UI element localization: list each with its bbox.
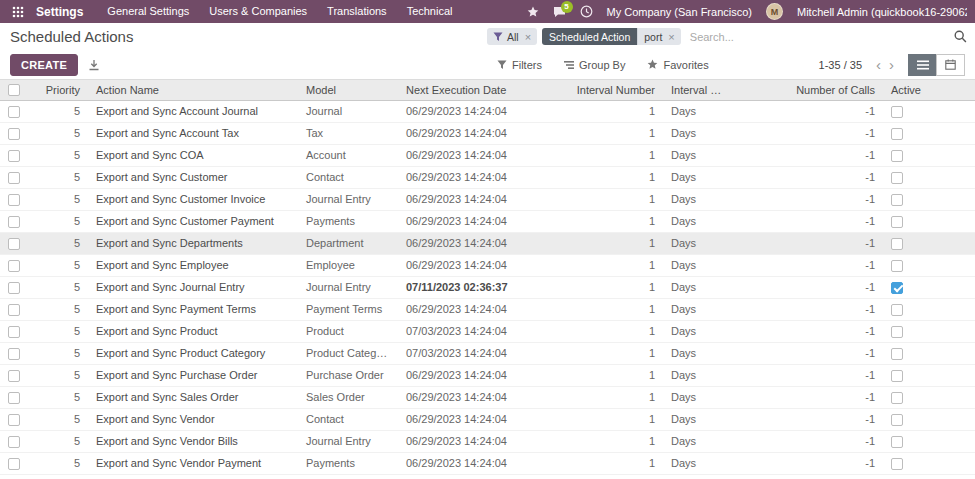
cell-number-of-calls: -1 [733, 232, 883, 254]
table-row[interactable]: 5 Export and Sync Account Tax Tax 06/29/… [0, 122, 975, 144]
row-select-checkbox[interactable] [8, 370, 20, 382]
table-row[interactable]: 5 Export and Sync Purchase Order Purchas… [0, 364, 975, 386]
list-view-button[interactable] [908, 54, 937, 76]
pager-previous-button[interactable]: ‹ [872, 57, 885, 72]
table-row[interactable]: 5 Export and Sync Vendor Payment Payment… [0, 452, 975, 474]
cell-active [883, 452, 975, 474]
active-checkbox[interactable] [891, 216, 903, 228]
cell-model: Purchase Order [298, 364, 398, 386]
active-checkbox[interactable] [891, 414, 903, 426]
table-row[interactable]: 5 Export and Sync Departments Department… [0, 232, 975, 254]
table-row[interactable]: 5 Export and Sync Customer Payment Payme… [0, 210, 975, 232]
col-interval-number[interactable]: Interval Number [548, 80, 663, 100]
table-row[interactable]: 5 Export and Sync Vendor Contact 06/29/2… [0, 408, 975, 430]
apps-menu-button[interactable] [8, 6, 28, 18]
table-row[interactable]: 5 Export and Sync Product Category Produ… [0, 342, 975, 364]
active-checkbox[interactable] [891, 128, 903, 140]
row-select-checkbox[interactable] [8, 436, 20, 448]
table-row[interactable]: 5 Export and Sync Customer Invoice Journ… [0, 188, 975, 210]
row-select-checkbox[interactable] [8, 150, 20, 162]
row-select-checkbox[interactable] [8, 194, 20, 206]
star-systray-icon[interactable] [527, 6, 539, 18]
cell-active [883, 188, 975, 210]
search-magnifier-icon[interactable] [954, 30, 967, 43]
user-menu[interactable]: Mitchell Admin (quickbook16-29062 [797, 6, 967, 18]
cell-next-execution-date: 06/29/2023 14:24:04 [398, 364, 548, 386]
col-next-execution-date[interactable]: Next Execution Date [398, 80, 548, 100]
active-checkbox[interactable] [891, 172, 903, 184]
row-select-checkbox[interactable] [8, 414, 20, 426]
active-checkbox[interactable] [891, 326, 903, 338]
col-action-name[interactable]: Action Name [88, 80, 298, 100]
create-button[interactable]: CREATE [10, 54, 78, 76]
col-model[interactable]: Model [298, 80, 398, 100]
menu-translations[interactable]: Translations [317, 0, 397, 23]
table-row[interactable]: 5 Export and Sync Employee Employee 06/2… [0, 254, 975, 276]
col-interval-unit[interactable]: Interval Unit [663, 80, 733, 100]
table-row[interactable]: 5 Export and Sync Journal Entry Journal … [0, 276, 975, 298]
row-select-checkbox[interactable] [8, 106, 20, 118]
menu-users-companies[interactable]: Users & Companies [199, 0, 317, 23]
row-select-checkbox[interactable] [8, 348, 20, 360]
filter-facet-all[interactable]: All × [487, 28, 537, 45]
active-checkbox[interactable] [891, 238, 903, 250]
active-checkbox[interactable] [891, 370, 903, 382]
messages-icon[interactable]: 5 [553, 6, 566, 18]
active-checkbox[interactable] [891, 392, 903, 404]
remove-filter-facet-icon[interactable]: × [525, 31, 531, 43]
company-switcher[interactable]: My Company (San Francisco) [607, 6, 753, 18]
menu-general-settings[interactable]: General Settings [97, 0, 199, 23]
active-checkbox[interactable] [891, 458, 903, 470]
table-row[interactable]: 5 Export and Sync Customer Contact 06/29… [0, 166, 975, 188]
row-select-checkbox[interactable] [8, 172, 20, 184]
row-select-checkbox[interactable] [8, 128, 20, 140]
table-row[interactable]: 5 Export and Sync Product Product 07/03/… [0, 320, 975, 342]
cell-active [883, 430, 975, 452]
active-checkbox[interactable] [891, 150, 903, 162]
cell-number-of-calls: -1 [733, 166, 883, 188]
table-row[interactable]: 5 Export and Sync Vendor Bills Journal E… [0, 430, 975, 452]
search-input[interactable]: Search... [690, 31, 949, 43]
filters-button[interactable]: Filters [497, 59, 542, 71]
active-checkbox[interactable] [891, 106, 903, 118]
col-priority[interactable]: Priority [30, 80, 88, 100]
table-row[interactable]: 5 Export and Sync Sales Order Sales Orde… [0, 386, 975, 408]
remove-search-facet-icon[interactable]: × [668, 31, 674, 43]
menu-technical[interactable]: Technical [397, 0, 463, 23]
table-row[interactable]: 5 Export and Sync COA Account 06/29/2023… [0, 144, 975, 166]
row-select-checkbox[interactable] [8, 238, 20, 250]
table-row[interactable]: 5 Export and Sync Payment Terms Payment … [0, 298, 975, 320]
filter-funnel-icon [493, 32, 503, 42]
col-number-of-calls[interactable]: Number of Calls [733, 80, 883, 100]
export-download-icon[interactable] [88, 59, 100, 71]
current-app-name[interactable]: Settings [36, 5, 83, 19]
search-bar[interactable]: All × Scheduled Action port × Search... [487, 26, 967, 47]
row-select-checkbox[interactable] [8, 216, 20, 228]
active-checkbox[interactable] [891, 282, 903, 294]
favorites-button[interactable]: Favorites [647, 59, 708, 71]
active-checkbox[interactable] [891, 304, 903, 316]
active-checkbox[interactable] [891, 436, 903, 448]
cell-interval-number: 1 [548, 298, 663, 320]
row-select-checkbox[interactable] [8, 304, 20, 316]
group-by-button[interactable]: Group By [564, 59, 625, 71]
pager-next-button[interactable]: › [885, 57, 898, 72]
row-select-checkbox[interactable] [8, 392, 20, 404]
row-select-checkbox[interactable] [8, 326, 20, 338]
activities-clock-icon[interactable] [580, 5, 593, 18]
row-select-checkbox[interactable] [8, 458, 20, 470]
select-all-checkbox[interactable] [8, 84, 20, 96]
row-select-checkbox[interactable] [8, 260, 20, 272]
table-row[interactable]: 5 Export and Sync Account Journal Journa… [0, 100, 975, 122]
cell-priority: 5 [30, 188, 88, 210]
cell-next-execution-date: 06/29/2023 14:24:04 [398, 452, 548, 474]
cell-next-execution-date: 06/29/2023 14:24:04 [398, 298, 548, 320]
search-facet-scheduled-action[interactable]: Scheduled Action port × [542, 28, 681, 45]
col-active[interactable]: Active [883, 80, 975, 100]
active-checkbox[interactable] [891, 260, 903, 272]
calendar-view-button[interactable] [936, 54, 965, 76]
active-checkbox[interactable] [891, 348, 903, 360]
active-checkbox[interactable] [891, 194, 903, 206]
user-avatar[interactable]: M [766, 3, 783, 20]
row-select-checkbox[interactable] [8, 282, 20, 294]
